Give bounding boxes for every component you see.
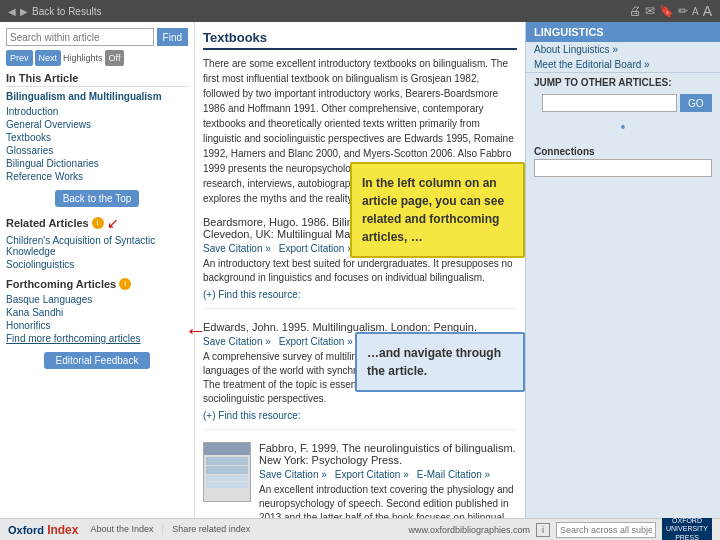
info-button[interactable]: i [536,523,550,537]
sidebar-link-general[interactable]: General Overviews [6,119,188,130]
top-nav-icons: 🖨 ✉ 🔖 ✏ A A [629,3,712,19]
connections-input[interactable] [534,159,712,177]
entry-3-email[interactable]: E-Mail Citation » [417,469,490,480]
highlights-label: Highlights [63,53,103,63]
entry-3-content: Fabbro, F. 1999. The neurolinguistics of… [259,442,517,518]
about-linguistics-link[interactable]: About Linguistics » [526,42,720,57]
related-articles-title: Related Articles [6,217,89,229]
bullet-dot-1: • [534,119,712,135]
entry-2-find[interactable]: (+) Find this resource: [203,410,301,421]
back-to-top-button[interactable]: Back to the Top [55,190,140,207]
prev-button[interactable]: Prev [6,50,33,66]
entry-2-save[interactable]: Save Citation » [203,336,271,347]
entry-3-export[interactable]: Export Citation » [335,469,409,480]
callout-box-1: In the left column on an article page, y… [350,162,525,258]
bookmark-icon[interactable]: 🔖 [659,4,674,18]
search-row: Find [6,28,188,46]
back-to-results-link[interactable]: Back to Results [32,6,101,17]
center-content: Textbooks There are some excellent intro… [195,22,525,518]
meet-board-link[interactable]: Meet the Editorial Board » [526,57,720,72]
search-all-input[interactable] [556,522,656,538]
connections-section: Connections [526,142,720,181]
about-index-link[interactable]: About the Index [90,524,153,535]
entry-3-desc: An excellent introduction text covering … [259,483,517,518]
entry-1-desc: An introductory text best suited for und… [203,257,517,285]
right-sidebar: LINGUISTICS About Linguistics » Meet the… [525,22,720,518]
font-larger-icon[interactable]: A [703,3,712,19]
jump-section: JUMP TO OTHER ARTICLES: GO • [526,72,720,142]
bottom-links: About the Index | Share related index [90,524,250,535]
sidebar-link-introduction[interactable]: Introduction [6,106,188,117]
article-title: Bilingualism and Multilingualism [6,91,188,102]
related-link-1[interactable]: Children's Acquisition of Syntactic Know… [6,235,188,257]
entry-1-find[interactable]: (+) Find this resource: [203,289,301,300]
forthcoming-link-3[interactable]: Honorifics [6,320,188,331]
jump-label: JUMP TO OTHER ARTICLES: [534,77,712,88]
editorial-feedback-button[interactable]: Editorial Feedback [44,352,151,369]
share-related-link[interactable]: Share related index [172,524,250,535]
jump-row: GO [534,90,712,116]
font-smaller-icon[interactable]: A [692,6,699,17]
jump-input[interactable] [542,94,677,112]
top-nav: ◀ ▶ Back to Results 🖨 ✉ 🔖 ✏ A A [0,0,720,22]
callout-box-2: …and navigate through the article. [355,332,525,392]
print-icon[interactable]: 🖨 [629,4,641,18]
nav-btn-row: Prev Next Highlights Off [6,50,188,66]
index-text: Index [47,523,78,537]
search-input[interactable] [6,28,154,46]
bottom-right: www.oxfordbibliographies.com i OXFORDUNI… [408,516,712,540]
related-link-2[interactable]: Sociolinguistics [6,259,188,270]
bottom-bar: Oxford Index About the Index | Share rel… [0,518,720,540]
forthcoming-link-2[interactable]: Kana Sandhi [6,307,188,318]
url-text: www.oxfordbibliographies.com [408,525,530,535]
oxford-text: Oxford [8,524,44,536]
go-button[interactable]: GO [680,94,712,112]
find-more-forthcoming-link[interactable]: Find more forthcoming articles [6,333,188,344]
email-icon[interactable]: ✉ [645,4,655,18]
in-this-article-title: In This Article [6,72,188,87]
related-arrow-icon: ↙ [107,215,119,231]
find-button[interactable]: Find [157,28,188,46]
sidebar-link-reference[interactable]: Reference Works [6,171,188,182]
section-title: Textbooks [203,30,517,50]
connections-label: Connections [534,146,712,157]
forthcoming-info-icon: i [119,278,131,290]
edit-icon[interactable]: ✏ [678,4,688,18]
next-button[interactable]: Next [35,50,62,66]
nav-forward-arrow[interactable]: ▶ [20,6,28,17]
sidebar-link-textbooks[interactable]: Textbooks [6,132,188,143]
callout-2-text: …and navigate through the article. [367,346,501,378]
entry-3-actions: Save Citation » Export Citation » E-Mail… [259,469,517,480]
entry-1-export[interactable]: Export Citation » [279,243,353,254]
forthcoming-title: Forthcoming Articles [6,278,116,290]
entry-3-title: Fabbro, F. 1999. The neurolinguistics of… [259,442,517,466]
entry-2-export[interactable]: Export Citation » [279,336,353,347]
entry-3-thumbnail [203,442,251,502]
off-button[interactable]: Off [105,50,125,66]
nav-back-arrow[interactable]: ◀ [8,6,16,17]
sidebar-link-bilingual-dict[interactable]: Bilingual Dictionaries [6,158,188,169]
entry-1-save[interactable]: Save Citation » [203,243,271,254]
entry-3-save[interactable]: Save Citation » [259,469,327,480]
entry-3: Fabbro, F. 1999. The neurolinguistics of… [203,442,517,518]
linguistics-header: LINGUISTICS [526,22,720,42]
related-articles-header: Related Articles i ↙ [6,215,188,231]
content-area: Find Prev Next Highlights Off In This Ar… [0,22,720,518]
forthcoming-link-1[interactable]: Basque Languages [6,294,188,305]
sidebar-link-glossaries[interactable]: Glossaries [6,145,188,156]
left-sidebar: Find Prev Next Highlights Off In This Ar… [0,22,195,518]
oxford-university-press-logo: OXFORDUNIVERSITYPRESS [662,516,712,540]
callout-1-text: In the left column on an article page, y… [362,176,504,244]
forthcoming-articles-header: Forthcoming Articles i [6,278,188,290]
oxford-index-logo: Oxford Index [8,523,78,537]
related-info-icon: i [92,217,104,229]
